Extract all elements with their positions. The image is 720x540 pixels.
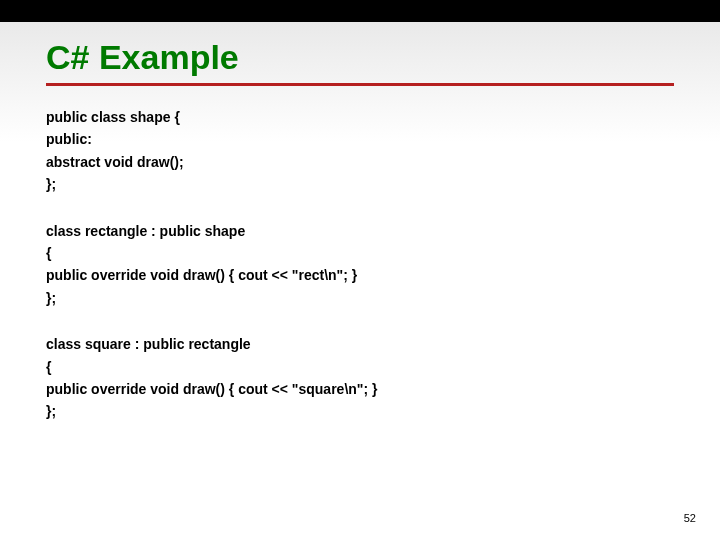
- code-block-2: class rectangle : public shape { public …: [46, 220, 674, 310]
- code-line: class square : public rectangle: [46, 333, 674, 355]
- title-underline: [46, 83, 674, 86]
- slide: C# Example public class shape { public: …: [0, 0, 720, 540]
- code-block-3: class square : public rectangle { public…: [46, 333, 674, 423]
- code-line: };: [46, 287, 674, 309]
- code-line: public:: [46, 128, 674, 150]
- code-line: public class shape {: [46, 106, 674, 128]
- top-bar: [0, 0, 720, 22]
- code-line: {: [46, 356, 674, 378]
- slide-title: C# Example: [46, 38, 674, 77]
- code-line: public override void draw() { cout << "s…: [46, 378, 674, 400]
- code-line: };: [46, 173, 674, 195]
- page-number: 52: [684, 512, 696, 524]
- code-block-1: public class shape { public: abstract vo…: [46, 106, 674, 196]
- code-line: public override void draw() { cout << "r…: [46, 264, 674, 286]
- code-line: {: [46, 242, 674, 264]
- code-line: };: [46, 400, 674, 422]
- code-line: abstract void draw();: [46, 151, 674, 173]
- code-line: class rectangle : public shape: [46, 220, 674, 242]
- content-area: C# Example public class shape { public: …: [46, 38, 674, 423]
